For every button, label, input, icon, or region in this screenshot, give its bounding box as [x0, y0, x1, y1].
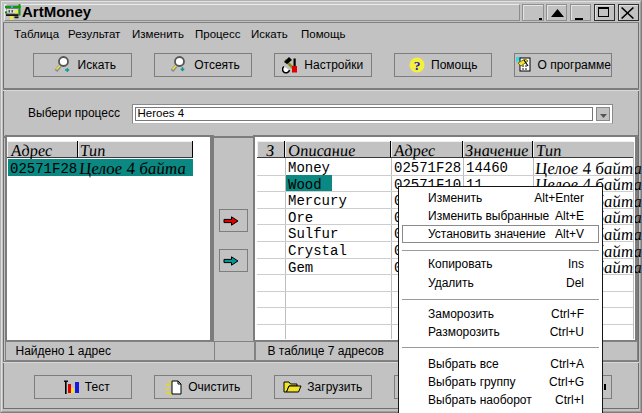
svg-text:?: ?: [414, 58, 421, 73]
